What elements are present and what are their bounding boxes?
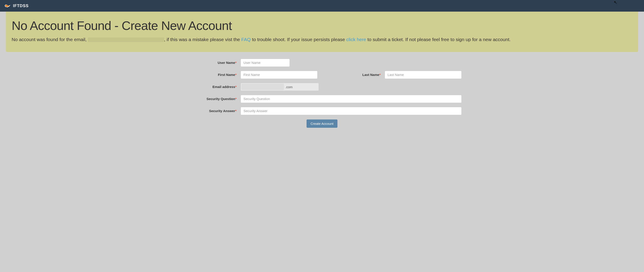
brand-text: IFTDSS	[13, 3, 29, 8]
banner-text: , if this was a mistake please vist the	[164, 37, 241, 42]
lastname-label: Last Name*	[318, 73, 385, 77]
page-title: No Account Found - Create New Account	[12, 18, 632, 33]
username-input[interactable]	[240, 59, 290, 67]
firstname-label: First Name*	[182, 73, 240, 77]
redacted-email	[88, 37, 164, 42]
banner-text: to trouble shoot. If your issue persists…	[250, 37, 346, 42]
alert-banner: No Account Found - Create New Account No…	[6, 12, 638, 52]
banner-message: No account was found for the email, , if…	[12, 36, 632, 43]
create-account-form: User Name* First Name* Last Name* Email …	[176, 59, 468, 128]
faq-link[interactable]: FAQ	[241, 37, 250, 42]
kiwi-bird-icon	[4, 3, 11, 8]
navbar: IFTDSS	[0, 0, 644, 12]
username-label: User Name*	[182, 61, 240, 65]
email-label: Email address*	[182, 85, 240, 89]
redacted-email-value	[242, 84, 284, 90]
click-here-link[interactable]: click here	[346, 37, 366, 42]
security-answer-label: Security Answer*	[182, 109, 240, 113]
security-question-label: Security Question*	[182, 97, 240, 101]
banner-text: No account was found for the email,	[12, 37, 88, 42]
brand[interactable]: IFTDSS	[4, 3, 29, 8]
lastname-input[interactable]	[385, 71, 462, 79]
security-answer-input[interactable]	[240, 107, 462, 115]
firstname-input[interactable]	[240, 71, 318, 79]
banner-text: to submit a ticket. If not please feel f…	[366, 37, 511, 42]
create-account-button[interactable]: Create Account	[306, 120, 338, 128]
security-question-input[interactable]	[240, 95, 462, 103]
